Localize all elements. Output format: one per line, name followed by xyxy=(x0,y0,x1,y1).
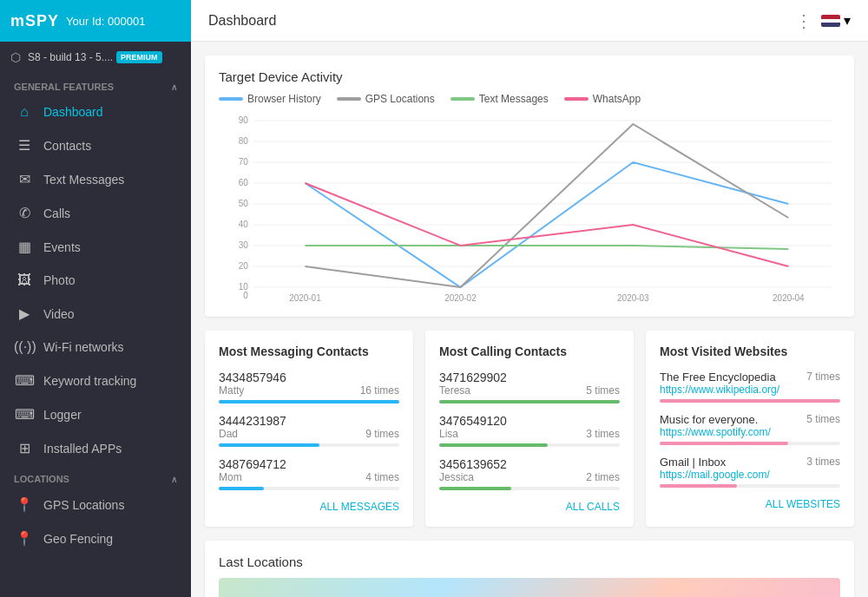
website-bar-2 xyxy=(660,442,788,445)
language-selector[interactable]: ▾ xyxy=(821,12,851,29)
contact-times-2: 9 times xyxy=(365,428,399,440)
calling-contact-2: 3476549120 Lisa 3 times xyxy=(439,414,620,447)
sidebar-item-messages-label: Text Messages xyxy=(43,173,124,187)
sidebar: mSPY Your Id: 000001 ⬡ S8 - build 13 - 5… xyxy=(0,0,191,597)
messaging-contact-1: 3434857946 Matty 16 times xyxy=(219,371,399,403)
messaging-contact-2: 3444231987 Dad 9 times xyxy=(219,414,399,447)
messaging-card: Most Messaging Contacts 3434857946 Matty… xyxy=(205,331,413,527)
sidebar-item-photo-label: Photo xyxy=(43,273,76,287)
sidebar-item-video[interactable]: ▶ Video xyxy=(0,297,191,331)
section-general-label: GENERAL FEATURES xyxy=(14,82,114,92)
svg-text:2020-04: 2020-04 xyxy=(773,293,805,303)
svg-text:30: 30 xyxy=(239,240,249,250)
sidebar-item-wifi-label: Wi-Fi networks xyxy=(43,340,124,354)
all-messages-link[interactable]: ALL MESSAGES xyxy=(219,501,399,513)
main-content: Dashboard ⋮ ▾ Target Device Activity Bro… xyxy=(191,0,868,597)
calling-card: Most Calling Contacts 3471629902 Teresa … xyxy=(425,331,634,527)
calling-bar-3 xyxy=(439,487,511,490)
website-bar-1 xyxy=(660,399,840,403)
legend-browser-color xyxy=(219,97,243,101)
svg-text:2020-03: 2020-03 xyxy=(617,293,649,303)
calling-title: Most Calling Contacts xyxy=(439,344,620,358)
bar-2 xyxy=(219,443,319,447)
legend-whatsapp-color xyxy=(564,97,589,101)
flag-icon xyxy=(821,15,840,27)
website-url-2: https://www.spotify.com/ xyxy=(660,426,771,438)
contact-number-2: 3444231987 xyxy=(219,414,399,428)
page-title: Dashboard xyxy=(208,13,276,29)
sidebar-item-calls-label: Calls xyxy=(43,207,70,220)
legend-gps-label: GPS Locations xyxy=(365,93,435,105)
svg-text:2020-01: 2020-01 xyxy=(289,293,321,303)
sidebar-item-gps-label: GPS Locations xyxy=(43,498,124,512)
messaging-contact-3: 3487694712 Mom 4 times xyxy=(219,457,399,490)
wifi-icon: ((·)) xyxy=(14,339,35,355)
websites-card: Most Visited Websites The Free Encyclope… xyxy=(646,331,854,527)
topbar-right: ⋮ ▾ xyxy=(795,10,851,31)
sidebar-nav: GENERAL FEATURES ∧ ⌂ Dashboard ☰ Contact… xyxy=(0,73,191,597)
photo-icon: 🖼 xyxy=(14,272,35,288)
legend-browser-label: Browser History xyxy=(247,93,321,105)
more-options-icon[interactable]: ⋮ xyxy=(795,10,812,31)
bar-3 xyxy=(219,487,264,490)
svg-text:20: 20 xyxy=(239,261,249,271)
website-title-2: Music for everyone. xyxy=(660,413,771,426)
messages-icon: ✉ xyxy=(14,171,35,187)
section-locations: LOCATIONS ∧ xyxy=(0,465,191,488)
sidebar-item-geo[interactable]: 📍 Geo Fencing xyxy=(0,522,191,555)
bar-1 xyxy=(219,400,399,403)
section-general: GENERAL FEATURES ∧ xyxy=(0,73,191,95)
locations-chevron-icon[interactable]: ∧ xyxy=(171,475,177,484)
calling-name-2: Lisa xyxy=(439,428,458,440)
user-id: Your Id: 000001 xyxy=(66,15,145,28)
topbar: Dashboard ⋮ ▾ xyxy=(191,0,868,42)
calling-contact-3: 3456139652 Jessica 2 times xyxy=(439,457,620,490)
calls-icon: ✆ xyxy=(14,205,35,221)
sidebar-item-logger[interactable]: ⌨ Logger xyxy=(0,397,191,431)
calling-contact-1: 3471629902 Teresa 5 times xyxy=(439,371,620,403)
sidebar-item-events-label: Events xyxy=(43,240,81,254)
contacts-icon: ☰ xyxy=(14,137,35,154)
calling-times-1: 5 times xyxy=(586,384,620,397)
website-bar-3 xyxy=(660,484,737,488)
section-locations-label: LOCATIONS xyxy=(14,474,69,484)
contact-number-1: 3434857946 xyxy=(219,371,399,384)
sidebar-item-events[interactable]: ▦ Events xyxy=(0,230,191,264)
svg-text:60: 60 xyxy=(239,178,249,187)
all-calls-link[interactable]: ALL CALLS xyxy=(439,501,620,513)
sidebar-item-gps[interactable]: 📍 GPS Locations xyxy=(0,488,191,522)
cards-row: Most Messaging Contacts 3434857946 Matty… xyxy=(205,331,854,527)
website-times-2: 5 times xyxy=(806,413,840,425)
legend-gps-color xyxy=(337,97,361,101)
sidebar-item-photo[interactable]: 🖼 Photo xyxy=(0,264,191,297)
sidebar-item-dashboard[interactable]: ⌂ Dashboard xyxy=(0,95,191,128)
legend-browser: Browser History xyxy=(219,93,321,105)
geo-icon: 📍 xyxy=(14,530,35,547)
last-locations-card: Last Locations xyxy=(205,541,854,597)
android-icon: ⬡ xyxy=(10,50,21,64)
website-url-1: https://www.wikipedia.org/ xyxy=(660,384,779,396)
apps-icon: ⊞ xyxy=(14,440,35,456)
chevron-icon[interactable]: ∧ xyxy=(171,82,177,92)
sidebar-item-video-label: Video xyxy=(43,307,75,321)
sidebar-item-calls[interactable]: ✆ Calls xyxy=(0,196,191,230)
sidebar-item-wifi[interactable]: ((·)) Wi-Fi networks xyxy=(0,331,191,364)
sidebar-item-text-messages[interactable]: ✉ Text Messages xyxy=(0,162,191,196)
chart-area: 90 80 70 60 50 40 30 20 10 0 2020-01 202… xyxy=(219,112,840,303)
chevron-down-icon: ▾ xyxy=(844,12,851,29)
svg-text:80: 80 xyxy=(239,136,249,146)
logger-icon: ⌨ xyxy=(14,406,35,423)
contact-name-2: Dad xyxy=(219,428,238,440)
sidebar-item-installed-apps[interactable]: ⊞ Installed APPs xyxy=(0,431,191,465)
home-icon: ⌂ xyxy=(14,104,35,120)
calling-times-3: 2 times xyxy=(586,471,620,483)
sidebar-item-keyword-label: Keyword tracking xyxy=(43,374,136,388)
website-item-1: The Free Encyclopedia https://www.wikipe… xyxy=(660,371,840,403)
sidebar-item-keyword[interactable]: ⌨ Keyword tracking xyxy=(0,364,191,397)
legend-text-color xyxy=(450,97,475,101)
sidebar-item-contacts[interactable]: ☰ Contacts xyxy=(0,128,191,162)
legend-text-label: Text Messages xyxy=(479,93,549,105)
all-websites-link[interactable]: ALL WEBSITES xyxy=(660,498,840,510)
line-chart-svg: 90 80 70 60 50 40 30 20 10 0 2020-01 202… xyxy=(219,112,840,303)
contact-times-1: 16 times xyxy=(360,384,399,397)
